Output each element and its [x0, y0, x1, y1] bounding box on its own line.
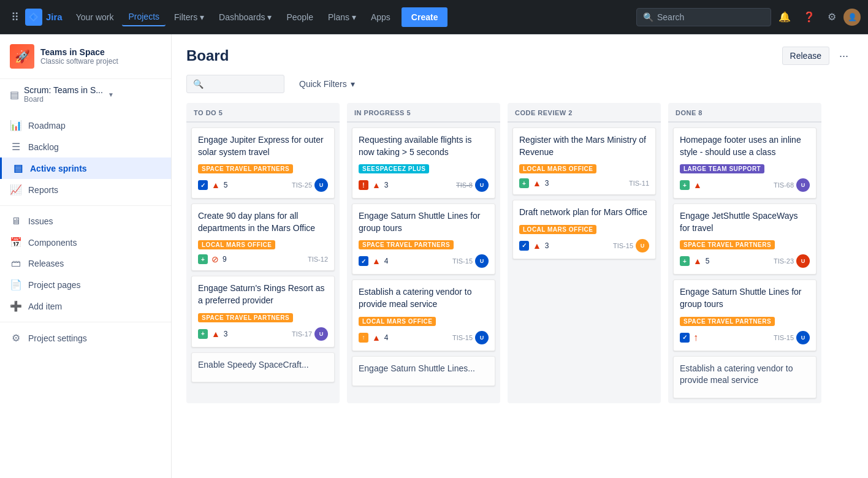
sidebar-item-roadmap[interactable]: 📊 Roadmap	[0, 115, 171, 136]
filters-nav[interactable]: Filters ▾	[168, 9, 210, 26]
card-footer-right: TIS-68 U	[774, 178, 810, 192]
projects-nav[interactable]: Projects	[122, 8, 166, 26]
card-tag: SPACE TRAVEL PARTNERS	[680, 317, 775, 326]
filter-search-icon: 🔍	[193, 79, 204, 89]
sidebar-item-issues[interactable]: 🖥 Issues	[0, 205, 171, 232]
components-icon: 📅	[10, 237, 22, 248]
card-tis23[interactable]: Engage JetShuttle SpaceWays for travel S…	[673, 203, 817, 275]
issue-type-icon: +	[198, 329, 208, 339]
main-layout: 🚀 Teams in Space Classic software projec…	[0, 34, 868, 478]
user-avatar[interactable]: 👤	[843, 9, 861, 26]
card-tis25[interactable]: Engage Jupiter Express for outer solar s…	[191, 127, 335, 199]
card-tis15-cr[interactable]: Draft network plan for Mars Office LOCAL…	[512, 200, 656, 259]
notifications-icon[interactable]: 🔔	[774, 7, 796, 26]
plans-nav[interactable]: Plans ▾	[322, 9, 362, 26]
card-id: TIS-17	[292, 330, 312, 338]
board-search-input[interactable]	[207, 79, 281, 89]
card-tis11[interactable]: Register with the Mars Ministry of Reven…	[512, 127, 656, 195]
your-work-nav[interactable]: Your work	[70, 9, 120, 26]
card-tis12[interactable]: Create 90 day plans for all departments …	[191, 203, 335, 271]
card-title: Establish a catering vendor to provide m…	[359, 286, 489, 310]
sidebar-item-active-sprints[interactable]: ▤ Active sprints	[0, 157, 171, 179]
priority-icon: ▲	[211, 180, 220, 190]
search-box[interactable]: 🔍	[636, 8, 771, 26]
quick-filters-button[interactable]: Quick Filters ▾	[292, 75, 362, 93]
card-id: TIS-11	[629, 180, 649, 187]
card-todo-partial[interactable]: Enable Speedy SpaceCraft...	[191, 352, 335, 383]
card-title: Create 90 day plans for all departments …	[198, 210, 328, 234]
search-input[interactable]	[657, 12, 755, 22]
settings-icon[interactable]: ⚙	[823, 7, 841, 26]
card-footer: + ▲ 5 TIS-23 U	[680, 254, 810, 268]
card-tis17[interactable]: Engage Saturn's Rings Resort as a prefer…	[191, 276, 335, 347]
sidebar-item-reports[interactable]: 📈 Reports	[0, 179, 171, 200]
card-footer: ✓ ↑ TIS-15 U	[680, 331, 810, 344]
dashboards-nav[interactable]: Dashboards ▾	[213, 9, 278, 26]
grid-icon[interactable]: ⠿	[7, 7, 23, 28]
card-tis15-done[interactable]: Engage Saturn Shuttle Lines for group to…	[673, 279, 817, 351]
project-type: Classic software project	[40, 57, 118, 66]
issue-type-icon: ✓	[680, 333, 690, 343]
logo-text: Jira	[46, 12, 63, 22]
help-icon[interactable]: ❓	[798, 7, 820, 26]
card-footer: ✓ ▲ 3 TIS-15 U	[519, 239, 649, 252]
card-tis68[interactable]: Homepage footer uses an inline style - s…	[673, 127, 817, 199]
card-avatar: U	[636, 239, 649, 252]
card-avatar: U	[796, 331, 810, 344]
apps-nav[interactable]: Apps	[365, 9, 397, 26]
issues-label: Issues	[28, 216, 53, 226]
card-footer: + ⊘ 9 TIS-12	[198, 254, 328, 264]
release-button[interactable]: Release	[782, 47, 829, 65]
project-icon: 🚀	[10, 44, 34, 69]
card-ip-partial[interactable]: Engage Saturn Shuttle Lines...	[352, 356, 495, 387]
priority-icon: ▲	[372, 333, 381, 343]
card-tag: LOCAL MARS OFFICE	[519, 164, 596, 173]
story-points: 3	[224, 330, 228, 338]
card-id: TIS-8	[456, 181, 473, 189]
board-selector-info: Scrum: Teams in S... Board	[24, 85, 103, 104]
card-title: Establish a catering vendor to provide m…	[680, 363, 810, 387]
issue-type-icon: ✓	[198, 180, 208, 190]
card-avatar: U	[796, 178, 810, 192]
card-title: Requesting available flights is now taki…	[359, 134, 489, 158]
sidebar-item-project-pages[interactable]: 📄 Project pages	[0, 274, 171, 295]
card-avatar: U	[796, 254, 810, 268]
card-tis15-ip1[interactable]: Engage Saturn Shuttle Lines for group to…	[352, 203, 495, 275]
backlog-icon: ☰	[10, 141, 22, 153]
releases-icon: 🗃	[10, 258, 22, 269]
card-footer-right: TIS-17 U	[292, 327, 328, 341]
sidebar-item-project-settings[interactable]: ⚙ Project settings	[0, 322, 171, 349]
sidebar-item-add-item[interactable]: ➕ Add item	[0, 295, 171, 317]
more-options-button[interactable]: ···	[834, 47, 853, 65]
board-toolbar: 🔍 Quick Filters ▾	[172, 75, 868, 103]
card-avatar: U	[314, 178, 328, 192]
board-selector[interactable]: ▤ Scrum: Teams in S... Board ▼	[0, 79, 171, 110]
card-tag: SPACE TRAVEL PARTNERS	[359, 240, 454, 249]
board-title: Board	[186, 47, 229, 64]
sidebar-item-components[interactable]: 📅 Components	[0, 232, 171, 253]
board-search-filter[interactable]: 🔍	[186, 75, 284, 93]
card-title: Engage Saturn Shuttle Lines...	[359, 363, 489, 375]
card-tag: SEESPACEEZ PLUS	[359, 164, 429, 173]
card-title: Homepage footer uses an inline style - s…	[680, 134, 810, 158]
jira-logo-icon	[25, 9, 42, 26]
card-id: TIS-15	[613, 242, 633, 249]
card-done-partial[interactable]: Establish a catering vendor to provide m…	[673, 356, 817, 398]
card-title: Engage Saturn's Rings Resort as a prefer…	[198, 283, 328, 306]
card-tag: SPACE TRAVEL PARTNERS	[680, 240, 775, 249]
search-icon: 🔍	[643, 12, 653, 22]
roadmap-icon: 📊	[10, 120, 22, 131]
issue-type-icon: +	[680, 180, 690, 190]
create-button[interactable]: Create	[402, 7, 448, 27]
column-codereview-cards: Register with the Mars Ministry of Reven…	[508, 123, 661, 264]
card-footer: + ▲ 3 TIS-11	[519, 178, 649, 188]
people-nav[interactable]: People	[280, 9, 319, 26]
card-tis15-ip2[interactable]: Establish a catering vendor to provide m…	[352, 279, 495, 351]
sidebar-item-releases[interactable]: 🗃 Releases	[0, 253, 171, 274]
cancel-icon: ⊘	[211, 254, 219, 264]
sidebar-item-backlog[interactable]: ☰ Backlog	[0, 136, 171, 157]
card-tis8[interactable]: Requesting available flights is now taki…	[352, 127, 495, 199]
settings-icon: ⚙	[10, 332, 22, 344]
board-selector-name: Scrum: Teams in S...	[24, 85, 103, 95]
jira-logo[interactable]: Jira	[25, 9, 63, 26]
